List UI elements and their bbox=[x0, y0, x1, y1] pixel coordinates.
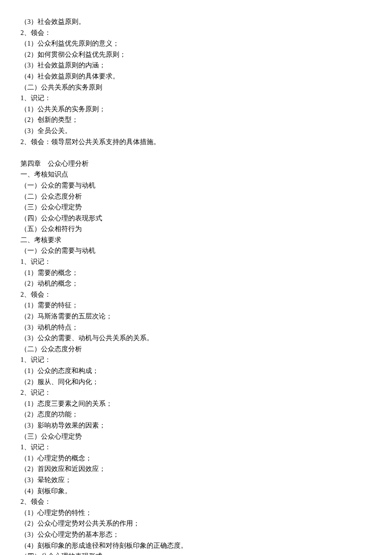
text-line: （2）首因效应和近因效应； bbox=[20, 463, 372, 474]
text-line: （1）公众利益优先原则的意义； bbox=[20, 38, 372, 49]
text-line: 1、识记： bbox=[20, 256, 372, 267]
text-line: （1）态度三要素之间的关系； bbox=[20, 398, 372, 409]
text-line: （三）公众心理定势 bbox=[20, 431, 372, 442]
text-line: （1）心理定势的概念； bbox=[20, 453, 372, 464]
text-line: （2）公众心理定势对公共关系的作用； bbox=[20, 518, 372, 529]
text-line: （1）需要的特征； bbox=[20, 300, 372, 311]
text-line: （3）社会效益原则的内涵； bbox=[20, 60, 372, 71]
text-line: （1）公共关系的实务原则； bbox=[20, 104, 372, 115]
text-line: （1）公众的态度和构成； bbox=[20, 365, 372, 376]
text-line: 1、识记： bbox=[20, 354, 372, 365]
text-line: （四）公众心理的表现形式 bbox=[20, 551, 372, 555]
blank-line bbox=[20, 147, 372, 158]
text-line: （3）影响劝导效果的因素； bbox=[20, 420, 372, 431]
document-body: （3）社会效益原则。2、领会：（1）公众利益优先原则的意义；（2）如何贯彻公众利… bbox=[20, 16, 372, 555]
text-line: （三）公众心理定势 bbox=[20, 202, 372, 213]
text-line: （二）公众态度分析 bbox=[20, 344, 372, 355]
text-line: 二、考核要求 bbox=[20, 234, 372, 246]
text-line: （五）公众相符行为 bbox=[20, 223, 372, 234]
text-line: （2）服从、同化和内化； bbox=[20, 376, 372, 387]
text-line: （二）公众态度分析 bbox=[20, 191, 372, 202]
text-line: 2、领会： bbox=[20, 289, 372, 300]
text-line: （4）刻板印象的形成途径和对待刻板印象的正确态度。 bbox=[20, 540, 372, 551]
text-line: （1）心理定势的特性； bbox=[20, 507, 372, 518]
text-line: （2）如何贯彻公众利益优先原则； bbox=[20, 49, 372, 60]
text-line: （3）晕轮效应； bbox=[20, 474, 372, 486]
text-line: （一）公众的需要与动机 bbox=[20, 245, 372, 256]
text-line: （一）公众的需要与动机 bbox=[20, 180, 372, 191]
text-line: 第四章 公众心理分析 bbox=[20, 158, 372, 169]
text-line: （2）创新的类型； bbox=[20, 114, 372, 125]
text-line: 2、领会：领导层对公共关系支持的具体措施。 bbox=[20, 136, 372, 147]
text-line: （2）态度的功能； bbox=[20, 409, 372, 420]
text-line: 2、领会： bbox=[20, 496, 372, 507]
text-line: （四）公众心理的表现形式 bbox=[20, 213, 372, 224]
text-line: 1、识记： bbox=[20, 92, 372, 104]
text-line: （2）马斯洛需要的五层次论； bbox=[20, 311, 372, 322]
text-line: （4）社会效益原则的具体要求。 bbox=[20, 71, 372, 82]
text-line: 1、识记： bbox=[20, 442, 372, 453]
text-line: 2、领会： bbox=[20, 27, 372, 38]
text-line: （2）动机的概念； bbox=[20, 278, 372, 289]
text-line: （3）动机的特点； bbox=[20, 322, 372, 333]
text-line: （1）需要的概念； bbox=[20, 267, 372, 278]
text-line: （二）公共关系的实务原则 bbox=[20, 82, 372, 93]
text-line: （3）公众心理定势的基本形态； bbox=[20, 529, 372, 540]
text-line: 2、识记： bbox=[20, 387, 372, 398]
text-line: （3）全员公关。 bbox=[20, 125, 372, 136]
text-line: （4）刻板印象。 bbox=[20, 486, 372, 497]
text-line: 一、考核知识点 bbox=[20, 169, 372, 180]
text-line: （3）公众的需要、动机与公共关系的关系。 bbox=[20, 332, 372, 344]
text-line: （3）社会效益原则。 bbox=[20, 16, 372, 27]
